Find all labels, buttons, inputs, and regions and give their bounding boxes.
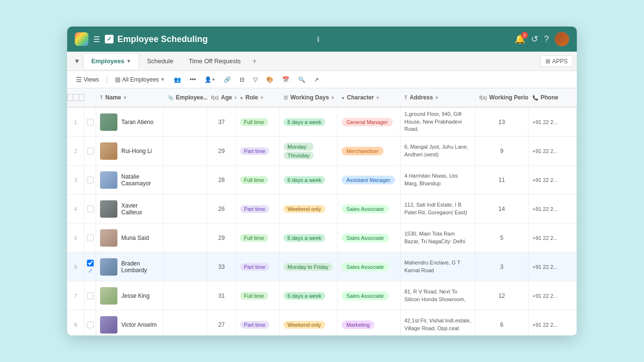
notification-button[interactable]: 🔔 2 (515, 34, 525, 44)
employee-name-cell[interactable]: Victor Anselm (96, 310, 164, 335)
filter-button[interactable]: ▽ (250, 75, 260, 84)
tab-employees[interactable]: Employees ▼ (83, 53, 140, 69)
row-checkbox[interactable] (87, 119, 94, 125)
employee-id-cell[interactable] (164, 223, 207, 252)
working-days-cell[interactable]: MondayThrusday (280, 137, 338, 165)
row-checkbox[interactable] (87, 321, 94, 328)
character-cell[interactable]: Sales Associate (338, 195, 401, 223)
employee-id-cell[interactable] (164, 137, 207, 165)
tab-time-off[interactable]: Time Off Requests (181, 54, 249, 69)
col-header-working-period[interactable]: f(x) Working Period ▼ (475, 94, 529, 101)
employee-name-cell[interactable]: Natalie Casamayor (96, 166, 164, 194)
employee-id-cell[interactable] (164, 281, 207, 310)
col-working-sort[interactable]: ▼ (330, 95, 335, 100)
row-checkbox[interactable] (87, 206, 94, 212)
views-button[interactable]: ☰ Views (73, 74, 102, 85)
employee-name-cell[interactable]: Jesse King (96, 281, 164, 310)
col-addr-sort[interactable]: ▼ (434, 95, 439, 100)
col-char-sort[interactable]: ▼ (375, 95, 380, 100)
table-row[interactable]: 8 Victor Anselm 27 Part time Weekend onl… (67, 310, 577, 335)
role-cell[interactable]: Part time (236, 310, 280, 335)
table-row[interactable]: 4 Xavier Cailteux 26 Part time Weekend o… (67, 195, 577, 223)
apps-button[interactable]: ⊞ APPS (540, 56, 573, 67)
avatar[interactable] (555, 32, 569, 46)
employee-name-cell[interactable]: Rui-Hong Li (96, 137, 164, 165)
role-cell[interactable]: Full time (236, 108, 280, 136)
help-icon[interactable]: ? (544, 34, 549, 44)
working-days-cell[interactable]: 6 days a week (280, 223, 338, 252)
col-header-age[interactable]: f(x) Age ▼ (207, 94, 236, 101)
col-header-character[interactable]: ● Character ▼ (338, 94, 401, 101)
info-icon[interactable]: ℹ (317, 35, 319, 43)
table-row[interactable]: 6 ⤢ Braden Lombardy 33 Part time Monday … (67, 252, 577, 281)
working-days-badge: Weekend only (284, 321, 325, 329)
character-cell[interactable]: Assistant Manager (338, 166, 401, 194)
row-checkbox[interactable] (87, 148, 94, 154)
table-row[interactable]: 1 Taran Atieno 37 Full time 6 days a wee… (67, 108, 577, 137)
role-cell[interactable]: Full time (236, 223, 280, 252)
col-header-name[interactable]: T Name ▼ (96, 94, 164, 101)
table-row[interactable]: 2 Rui-Hong Li 29 Part time MondayThrusda… (67, 137, 577, 166)
expand-icon[interactable]: ⤢ (88, 267, 93, 274)
share-button[interactable]: ↗ (311, 75, 322, 84)
table-row[interactable]: 3 Natalie Casamayor 28 Full time 6 days … (67, 166, 577, 195)
row-checkbox[interactable] (87, 292, 94, 299)
group-button[interactable]: 👤+ (201, 75, 218, 84)
character-cell[interactable]: Merchandiser (338, 137, 401, 165)
history-icon[interactable]: ↺ (531, 34, 538, 44)
employee-name-cell[interactable]: Braden Lombardy (96, 252, 164, 281)
working-days-cell[interactable]: 6 days a week (280, 281, 338, 310)
employee-name-cell[interactable]: Xavier Cailteux (96, 195, 164, 223)
role-cell[interactable]: Full time (236, 281, 280, 310)
role-cell[interactable]: Part time (236, 252, 280, 281)
tab-employees-dropdown[interactable]: ▼ (127, 58, 131, 64)
employee-id-cell[interactable] (164, 166, 207, 194)
employee-id-cell[interactable] (164, 108, 207, 136)
working-days-cell[interactable]: Monday to Friday (280, 252, 338, 281)
role-cell[interactable]: Part time (236, 137, 280, 165)
people-icon-button[interactable]: 👥 (171, 75, 184, 84)
tab-add-button[interactable]: + (250, 55, 258, 68)
working-days-cell[interactable]: 6 days a week (280, 166, 338, 194)
calendar-button[interactable]: 📅 (279, 75, 292, 84)
link-button[interactable]: 🔗 (221, 75, 234, 84)
toolbar-separator (107, 76, 107, 84)
all-employees-dropdown[interactable]: ▼ (160, 77, 165, 82)
character-cell[interactable]: General Manager (338, 108, 401, 136)
employee-name-cell[interactable]: Taran Atieno (96, 108, 164, 136)
working-days-cell[interactable]: 6 days a week (280, 108, 338, 136)
row-checkbox[interactable] (87, 260, 94, 266)
col-header-working-days[interactable]: ☰ Working Days ▼ (280, 94, 338, 101)
employee-id-cell[interactable] (164, 252, 207, 281)
col-header-role[interactable]: ● Role ▼ (236, 94, 280, 101)
tab-schedule[interactable]: Schedule (139, 54, 181, 69)
row-checkbox[interactable] (87, 177, 94, 183)
layout-button[interactable]: ⊟ (237, 75, 247, 84)
select-all-checkbox[interactable] (67, 94, 85, 101)
character-cell[interactable]: Sales Associate (338, 281, 401, 310)
character-cell[interactable]: Sales Associate (338, 223, 401, 252)
tab-collapse-button[interactable]: ▼ (71, 56, 83, 67)
row-checkbox[interactable] (87, 235, 94, 241)
employee-name-cell[interactable]: Muna Said (96, 223, 164, 252)
col-header-employee[interactable]: 📎 Employee... ▼ (164, 94, 207, 101)
employee-id-cell[interactable] (164, 310, 207, 335)
col-header-address[interactable]: T Address ▼ (401, 94, 475, 101)
col-name-sort[interactable]: ▼ (123, 95, 128, 100)
working-days-cell[interactable]: Weekend only (280, 195, 338, 223)
more-button[interactable]: ••• (187, 75, 199, 84)
character-cell[interactable]: Sales Associate (338, 252, 401, 281)
role-cell[interactable]: Part time (236, 195, 280, 223)
table-row[interactable]: 7 Jesse King 31 Full time 6 days a week … (67, 281, 577, 310)
color-button[interactable]: 🎨 (263, 75, 276, 84)
working-days-cell[interactable]: Weekend only (280, 310, 338, 335)
search-button[interactable]: 🔍 (295, 75, 308, 84)
employee-id-cell[interactable] (164, 195, 207, 223)
menu-icon[interactable]: ☰ (93, 35, 100, 44)
all-employees-button[interactable]: ⊞ All Employees ▼ (112, 74, 168, 85)
col-header-phone[interactable]: 📞 Phone (529, 94, 577, 101)
table-row[interactable]: 5 Muna Said 29 Full time 6 days a week S… (67, 223, 577, 252)
character-cell[interactable]: Marketing (338, 310, 401, 335)
role-cell[interactable]: Full time (236, 166, 280, 194)
col-role-sort[interactable]: ▼ (259, 95, 264, 100)
